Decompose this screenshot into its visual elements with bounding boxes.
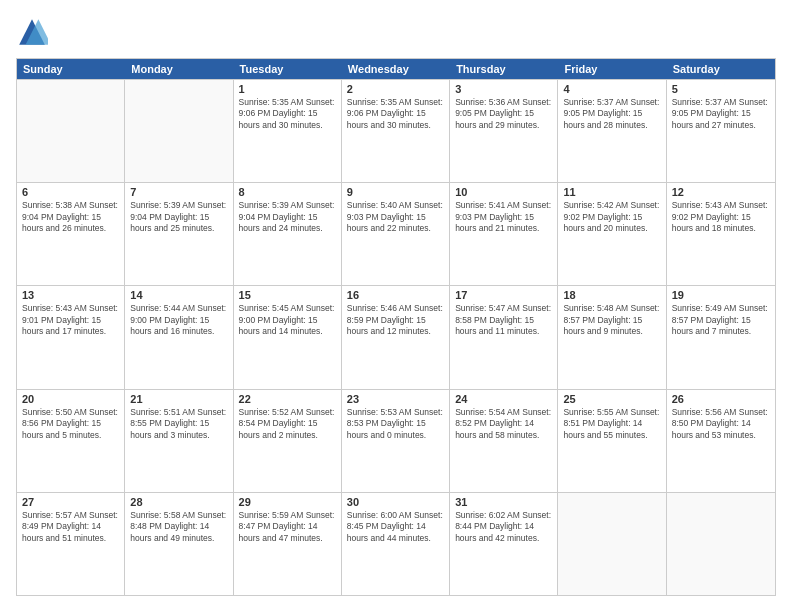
day-info: Sunrise: 5:57 AM Sunset: 8:49 PM Dayligh… xyxy=(22,510,119,544)
day-number: 10 xyxy=(455,186,552,198)
day-number: 30 xyxy=(347,496,444,508)
calendar-body: 1Sunrise: 5:35 AM Sunset: 9:06 PM Daylig… xyxy=(17,79,775,595)
day-number: 31 xyxy=(455,496,552,508)
day-info: Sunrise: 5:38 AM Sunset: 9:04 PM Dayligh… xyxy=(22,200,119,234)
calendar-week-4: 20Sunrise: 5:50 AM Sunset: 8:56 PM Dayli… xyxy=(17,389,775,492)
day-info: Sunrise: 5:52 AM Sunset: 8:54 PM Dayligh… xyxy=(239,407,336,441)
day-info: Sunrise: 5:46 AM Sunset: 8:59 PM Dayligh… xyxy=(347,303,444,337)
day-info: Sunrise: 5:44 AM Sunset: 9:00 PM Dayligh… xyxy=(130,303,227,337)
day-number: 1 xyxy=(239,83,336,95)
day-number: 2 xyxy=(347,83,444,95)
day-info: Sunrise: 5:39 AM Sunset: 9:04 PM Dayligh… xyxy=(130,200,227,234)
calendar-day-23: 23Sunrise: 5:53 AM Sunset: 8:53 PM Dayli… xyxy=(342,390,450,492)
weekday-header-thursday: Thursday xyxy=(450,59,558,79)
calendar-day-10: 10Sunrise: 5:41 AM Sunset: 9:03 PM Dayli… xyxy=(450,183,558,285)
calendar-day-21: 21Sunrise: 5:51 AM Sunset: 8:55 PM Dayli… xyxy=(125,390,233,492)
day-info: Sunrise: 5:51 AM Sunset: 8:55 PM Dayligh… xyxy=(130,407,227,441)
day-number: 22 xyxy=(239,393,336,405)
calendar-day-8: 8Sunrise: 5:39 AM Sunset: 9:04 PM Daylig… xyxy=(234,183,342,285)
calendar-day-2: 2Sunrise: 5:35 AM Sunset: 9:06 PM Daylig… xyxy=(342,80,450,182)
calendar-day-empty xyxy=(558,493,666,595)
calendar-header: SundayMondayTuesdayWednesdayThursdayFrid… xyxy=(17,59,775,79)
day-info: Sunrise: 5:43 AM Sunset: 9:02 PM Dayligh… xyxy=(672,200,770,234)
calendar-day-24: 24Sunrise: 5:54 AM Sunset: 8:52 PM Dayli… xyxy=(450,390,558,492)
calendar-day-7: 7Sunrise: 5:39 AM Sunset: 9:04 PM Daylig… xyxy=(125,183,233,285)
day-number: 7 xyxy=(130,186,227,198)
calendar-day-27: 27Sunrise: 5:57 AM Sunset: 8:49 PM Dayli… xyxy=(17,493,125,595)
day-info: Sunrise: 5:48 AM Sunset: 8:57 PM Dayligh… xyxy=(563,303,660,337)
logo-icon xyxy=(16,16,48,48)
calendar-week-2: 6Sunrise: 5:38 AM Sunset: 9:04 PM Daylig… xyxy=(17,182,775,285)
day-info: Sunrise: 5:56 AM Sunset: 8:50 PM Dayligh… xyxy=(672,407,770,441)
day-info: Sunrise: 6:02 AM Sunset: 8:44 PM Dayligh… xyxy=(455,510,552,544)
day-info: Sunrise: 5:59 AM Sunset: 8:47 PM Dayligh… xyxy=(239,510,336,544)
day-number: 5 xyxy=(672,83,770,95)
calendar-week-3: 13Sunrise: 5:43 AM Sunset: 9:01 PM Dayli… xyxy=(17,285,775,388)
day-number: 24 xyxy=(455,393,552,405)
day-number: 13 xyxy=(22,289,119,301)
page: SundayMondayTuesdayWednesdayThursdayFrid… xyxy=(0,0,792,612)
calendar-day-1: 1Sunrise: 5:35 AM Sunset: 9:06 PM Daylig… xyxy=(234,80,342,182)
day-number: 4 xyxy=(563,83,660,95)
day-info: Sunrise: 5:47 AM Sunset: 8:58 PM Dayligh… xyxy=(455,303,552,337)
day-info: Sunrise: 5:40 AM Sunset: 9:03 PM Dayligh… xyxy=(347,200,444,234)
day-number: 21 xyxy=(130,393,227,405)
calendar-week-5: 27Sunrise: 5:57 AM Sunset: 8:49 PM Dayli… xyxy=(17,492,775,595)
calendar-day-26: 26Sunrise: 5:56 AM Sunset: 8:50 PM Dayli… xyxy=(667,390,775,492)
day-info: Sunrise: 5:35 AM Sunset: 9:06 PM Dayligh… xyxy=(239,97,336,131)
day-number: 19 xyxy=(672,289,770,301)
calendar-day-empty xyxy=(125,80,233,182)
day-number: 23 xyxy=(347,393,444,405)
day-number: 20 xyxy=(22,393,119,405)
day-info: Sunrise: 5:58 AM Sunset: 8:48 PM Dayligh… xyxy=(130,510,227,544)
calendar-day-14: 14Sunrise: 5:44 AM Sunset: 9:00 PM Dayli… xyxy=(125,286,233,388)
day-info: Sunrise: 5:39 AM Sunset: 9:04 PM Dayligh… xyxy=(239,200,336,234)
calendar-day-15: 15Sunrise: 5:45 AM Sunset: 9:00 PM Dayli… xyxy=(234,286,342,388)
weekday-header-friday: Friday xyxy=(558,59,666,79)
calendar-day-28: 28Sunrise: 5:58 AM Sunset: 8:48 PM Dayli… xyxy=(125,493,233,595)
calendar-day-29: 29Sunrise: 5:59 AM Sunset: 8:47 PM Dayli… xyxy=(234,493,342,595)
calendar-day-3: 3Sunrise: 5:36 AM Sunset: 9:05 PM Daylig… xyxy=(450,80,558,182)
day-number: 3 xyxy=(455,83,552,95)
day-number: 14 xyxy=(130,289,227,301)
weekday-header-saturday: Saturday xyxy=(667,59,775,79)
day-number: 26 xyxy=(672,393,770,405)
day-info: Sunrise: 5:45 AM Sunset: 9:00 PM Dayligh… xyxy=(239,303,336,337)
calendar-day-empty xyxy=(17,80,125,182)
calendar-day-18: 18Sunrise: 5:48 AM Sunset: 8:57 PM Dayli… xyxy=(558,286,666,388)
day-number: 16 xyxy=(347,289,444,301)
calendar-day-30: 30Sunrise: 6:00 AM Sunset: 8:45 PM Dayli… xyxy=(342,493,450,595)
day-number: 15 xyxy=(239,289,336,301)
header xyxy=(16,16,776,48)
weekday-header-tuesday: Tuesday xyxy=(234,59,342,79)
calendar-day-19: 19Sunrise: 5:49 AM Sunset: 8:57 PM Dayli… xyxy=(667,286,775,388)
day-info: Sunrise: 6:00 AM Sunset: 8:45 PM Dayligh… xyxy=(347,510,444,544)
day-number: 6 xyxy=(22,186,119,198)
calendar-day-12: 12Sunrise: 5:43 AM Sunset: 9:02 PM Dayli… xyxy=(667,183,775,285)
calendar-day-11: 11Sunrise: 5:42 AM Sunset: 9:02 PM Dayli… xyxy=(558,183,666,285)
day-number: 11 xyxy=(563,186,660,198)
day-number: 28 xyxy=(130,496,227,508)
day-info: Sunrise: 5:43 AM Sunset: 9:01 PM Dayligh… xyxy=(22,303,119,337)
day-number: 25 xyxy=(563,393,660,405)
calendar-day-22: 22Sunrise: 5:52 AM Sunset: 8:54 PM Dayli… xyxy=(234,390,342,492)
weekday-header-sunday: Sunday xyxy=(17,59,125,79)
calendar-day-empty xyxy=(667,493,775,595)
day-info: Sunrise: 5:41 AM Sunset: 9:03 PM Dayligh… xyxy=(455,200,552,234)
calendar-day-6: 6Sunrise: 5:38 AM Sunset: 9:04 PM Daylig… xyxy=(17,183,125,285)
day-info: Sunrise: 5:37 AM Sunset: 9:05 PM Dayligh… xyxy=(563,97,660,131)
day-info: Sunrise: 5:36 AM Sunset: 9:05 PM Dayligh… xyxy=(455,97,552,131)
calendar-day-31: 31Sunrise: 6:02 AM Sunset: 8:44 PM Dayli… xyxy=(450,493,558,595)
calendar-day-17: 17Sunrise: 5:47 AM Sunset: 8:58 PM Dayli… xyxy=(450,286,558,388)
calendar-day-16: 16Sunrise: 5:46 AM Sunset: 8:59 PM Dayli… xyxy=(342,286,450,388)
day-info: Sunrise: 5:42 AM Sunset: 9:02 PM Dayligh… xyxy=(563,200,660,234)
day-number: 8 xyxy=(239,186,336,198)
day-number: 29 xyxy=(239,496,336,508)
weekday-header-wednesday: Wednesday xyxy=(342,59,450,79)
day-info: Sunrise: 5:49 AM Sunset: 8:57 PM Dayligh… xyxy=(672,303,770,337)
day-info: Sunrise: 5:37 AM Sunset: 9:05 PM Dayligh… xyxy=(672,97,770,131)
day-number: 27 xyxy=(22,496,119,508)
calendar-day-5: 5Sunrise: 5:37 AM Sunset: 9:05 PM Daylig… xyxy=(667,80,775,182)
day-number: 12 xyxy=(672,186,770,198)
day-number: 17 xyxy=(455,289,552,301)
